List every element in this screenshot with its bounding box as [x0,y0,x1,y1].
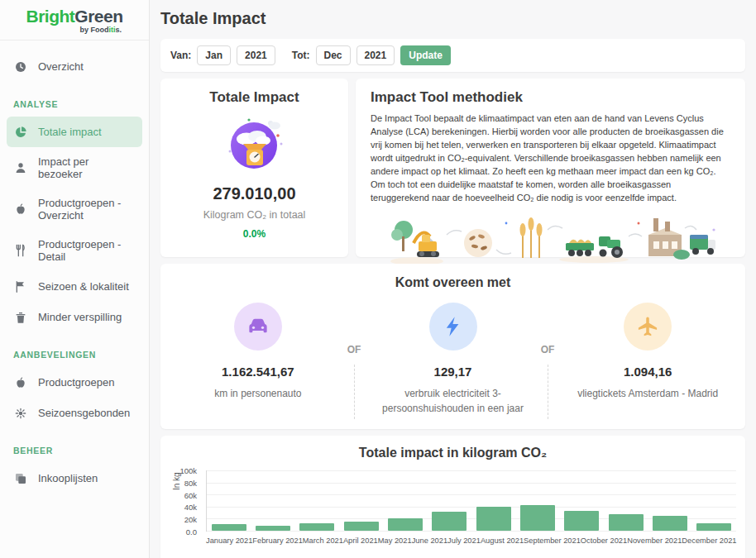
bar-january-2021[interactable] [212,524,246,531]
van-month-select[interactable]: Jan [197,45,231,65]
bar-slot [428,470,471,531]
sidebar-item-overzicht[interactable]: Overzicht [0,51,149,82]
bar-june-2021[interactable] [432,512,467,531]
of-separator: OF [541,344,555,355]
sidebar-item-minder-verspilling[interactable]: Minder verspilling [0,302,149,332]
sidebar-item-productgroepen-aanbeveling[interactable]: Productgroepen [0,367,149,398]
methodiek-title: Impact Tool methodiek [371,89,730,106]
sidebar-item-inkooplijsten[interactable]: Inkooplijsten [0,463,149,494]
y-axis-ticks: 100k80k60k40k20k0.0 [160,470,202,532]
sidebar-item-label: Impact per bezoeker [38,155,136,180]
y-tick-label: 100k [179,466,197,475]
sidebar-item-seizoen-lokaliteit[interactable]: Seizoen & lokaliteit [0,271,149,302]
sidebar-item-label: Totale impact [38,126,102,138]
sidebar-item-seizoensgebonden[interactable]: Seizoensgebonden [0,398,149,428]
equivalent-caption: verbruik electriciteit 3-persoonshuishou… [363,386,543,416]
clock-icon [13,60,27,74]
total-impact-card: Totale Impact [160,79,348,257]
plane-icon [624,303,672,351]
date-filter-bar: Van: Jan 2021 Tot: Dec 2021 Update [160,39,745,72]
bar-august-2021[interactable] [520,505,555,531]
bar-slot [648,470,691,531]
y-tick-label: 20k [184,515,197,524]
brand-byline: by Fooditis. [0,26,149,34]
bar-slot [692,470,736,531]
of-separator: OF [347,344,361,355]
chart-title: Totale impact in kilogram CO₂ [160,446,745,460]
x-tick-label: July 2021 [447,537,481,545]
bar-slot [560,470,604,531]
bar-slot [515,470,559,531]
equivalent-value: 129,17 [356,365,551,379]
chart-plot [206,470,736,532]
y-tick-label: 40k [184,503,197,512]
bar-may-2021[interactable] [388,518,423,531]
total-impact-value: 279.010,00 [160,184,348,203]
gear-icon [13,406,27,420]
bar-february-2021[interactable] [256,526,290,531]
apple-icon [13,375,27,389]
sidebar: BrightGreen by Fooditis. Overzicht ANALY… [0,0,150,558]
apple-icon [13,203,27,217]
bar-july-2021[interactable] [476,507,511,531]
sidebar-item-impact-per-bezoeker[interactable]: Impact per bezoeker [0,147,149,188]
x-tick-label: May 2021 [378,537,412,545]
bar-slot [604,470,648,531]
bar-slot [339,470,383,531]
main-content: Totale Impact Van: Jan 2021 Tot: Dec 202… [150,0,756,558]
x-tick-label: February 2021 [252,537,302,545]
x-tick-label: August 2021 [481,537,524,545]
x-tick-label: January 2021 [206,537,252,545]
bolt-icon [429,303,477,351]
bar-slot [251,470,294,531]
bar-slot [207,470,251,531]
pie-chart-icon [13,125,27,139]
total-impact-unit: Kilogram CO₂ in totaal [160,209,348,221]
bar-september-2021[interactable] [564,511,599,531]
tot-year-select[interactable]: 2021 [356,45,395,65]
van-year-select[interactable]: 2021 [237,45,275,65]
sidebar-item-totale-impact[interactable]: Totale impact [7,117,142,147]
brand-name-part2: Green [74,7,122,26]
divider [548,365,548,419]
bar-april-2021[interactable] [344,522,379,531]
y-tick-label: 80k [184,478,197,487]
x-axis-labels: January 2021February 2021March 2021April… [206,537,736,545]
chart-bars [207,470,736,531]
bar-march-2021[interactable] [299,523,334,531]
bar-november-2021[interactable] [653,516,687,531]
x-tick-label: March 2021 [303,537,343,545]
cutlery-icon [13,244,27,258]
sidebar-item-label: Seizoensgebonden [38,407,130,419]
total-impact-delta: 0.0% [160,228,348,240]
car-icon [234,303,282,351]
sidebar-item-label: Overzicht [38,60,84,73]
x-tick-label: June 2021 [412,537,447,545]
bar-december-2021[interactable] [696,523,731,531]
bar-october-2021[interactable] [609,514,644,531]
trash-icon [13,310,27,324]
van-label: Van: [170,50,191,61]
sidebar-item-productgroepen-overzicht[interactable]: Productgroepen - Overzicht [0,188,149,230]
person-icon [13,161,27,175]
methodiek-card: Impact Tool methodiek De Impact Tool bep… [356,79,745,257]
section-label-beheer: BEHEER [0,446,149,455]
brand-name-part1: Bright [26,7,74,26]
equivalent-flights: 1.094,16 vliegtickets Amsterdam - Madrid [550,303,745,416]
page-title: Totale Impact [160,9,745,28]
tot-month-select[interactable]: Dec [316,45,351,65]
equivalent-electricity: 129,17 verbruik electriciteit 3-persoons… [356,303,551,416]
section-label-aanbevelingen: AANBEVELINGEN [0,350,149,360]
y-tick-label: 60k [184,490,197,499]
sidebar-item-label: Seizoen & lokaliteit [38,280,129,293]
bar-slot [383,470,427,531]
x-tick-label: September 2021 [524,537,581,545]
equivalent-car: 1.162.541,67 km in personenauto [160,303,356,416]
update-button[interactable]: Update [400,45,451,65]
bar-slot [471,470,515,531]
tot-label: Tot: [292,50,310,61]
y-tick-label: 0.0 [186,527,197,537]
brand-name: BrightGreen [0,7,149,25]
copy-icon [13,471,27,485]
sidebar-item-productgroepen-detail[interactable]: Productgroepen - Detail [0,230,149,271]
